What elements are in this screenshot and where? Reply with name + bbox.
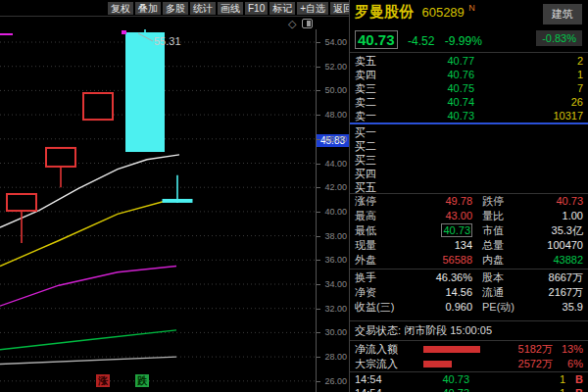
axis-label: 26.00 — [318, 376, 347, 386]
toolbar-button-diejia[interactable]: 叠加 — [135, 2, 161, 15]
toolbar-button-duogu[interactable]: 多股 — [163, 2, 188, 15]
toolbar-button-huaxian[interactable]: 画线 — [218, 2, 243, 15]
ask-price: 40.73 — [394, 109, 474, 122]
stock-name: 罗曼股份 — [355, 3, 414, 20]
tick-volume: 1 — [469, 386, 565, 392]
stats-block: 涨停49.78跌停40.73 最高43.00量比1.00 最低40.73市值35… — [350, 194, 588, 268]
tick-time: 14:54 — [355, 386, 396, 392]
ask-row[interactable]: 卖三40.757 — [350, 81, 588, 95]
legend-down-badge: 跌 — [135, 374, 149, 387]
pe-value: 35.9 — [531, 300, 583, 315]
sector-button[interactable]: 建筑 — [543, 4, 582, 24]
quote-panel: 罗曼股份 605289 N 建筑 40.73 -4.52 -9.99% -0.8… — [350, 0, 588, 392]
limit-up-value: 49.78 — [406, 194, 472, 209]
ask-row[interactable]: 卖一40.7310317 — [350, 109, 588, 122]
candle-body — [125, 32, 165, 152]
toolbar-button-biaoji[interactable]: 标记 — [270, 2, 295, 15]
bid-price — [394, 153, 474, 167]
bid-label: 买五 — [355, 180, 394, 194]
stat-key: 现量 — [355, 238, 406, 253]
fundamentals-block: 换手46.36%股本8667万 净资14.56流通2167万 收益(三)0.96… — [350, 270, 588, 315]
ma-5 — [0, 357, 176, 364]
tick-list[interactable]: 14:5440.731B 14:5440.731B — [350, 372, 588, 392]
axis-label: 30.00 — [318, 327, 347, 337]
chart-corner-icons: ◇ — [288, 18, 327, 29]
net-inflow-pct: 13% — [553, 342, 583, 357]
axis-label: 50.00 — [318, 85, 347, 95]
stat-row: 最低40.73市值35.3亿 — [350, 223, 588, 238]
bid-row[interactable]: 买二 — [350, 139, 588, 153]
legend-up-badge: 涨 — [96, 374, 110, 387]
chart-layout-icon[interactable] — [302, 19, 313, 28]
divider — [350, 340, 588, 341]
stat-key: 涨停 — [355, 194, 406, 209]
bid-queue: 买一 买二 买三 买四 买五 — [350, 125, 588, 194]
stat-key: 净资 — [355, 285, 406, 300]
limit-down-value: 40.73 — [531, 194, 583, 209]
axis-tick — [317, 67, 320, 68]
toolbar-button-tongji[interactable]: 统计 — [190, 2, 216, 15]
price-change: -4.52 — [408, 34, 434, 48]
axis-tick — [317, 90, 320, 91]
stat-row: 现量134总量100470 — [350, 238, 588, 253]
bid-row[interactable]: 买三 — [350, 153, 588, 167]
stat-row: 涨停49.78跌停40.73 — [350, 194, 588, 209]
diamond-marker-icon[interactable]: ◇ — [288, 18, 296, 30]
fundamental-row: 换手46.36%股本8667万 — [350, 270, 588, 285]
tick-volume: 1 — [469, 372, 565, 386]
toolbar-button-fuquan[interactable]: 复权 — [108, 2, 133, 15]
axis-label: 48.00 — [318, 110, 347, 120]
ask-label: 卖二 — [355, 95, 394, 109]
axis-label: 52.00 — [318, 62, 347, 72]
bid-price — [394, 139, 474, 153]
inner-volume-value: 43882 — [531, 253, 583, 268]
stat-key: 收益(三) — [355, 300, 406, 315]
candle-body — [83, 93, 113, 120]
bid-row[interactable]: 买四 — [350, 167, 588, 180]
price-axis: 45.83 54.0052.0050.0048.0046.0044.0042.0… — [316, 29, 349, 392]
divider — [350, 320, 588, 321]
axis-tick — [317, 309, 320, 310]
toolbar-separator — [0, 16, 349, 17]
toolbar-button-f10[interactable]: F10 — [245, 2, 268, 15]
candlestick-chart-area[interactable]: 55.31 — [0, 29, 316, 392]
net-inflow-bar-box — [416, 342, 498, 357]
ask-row[interactable]: 卖五40.772 — [350, 54, 588, 68]
ask-volume: 7 — [474, 81, 583, 95]
net-asset-value: 14.56 — [406, 285, 472, 300]
share-capital-value: 8667万 — [531, 270, 583, 285]
volume-ratio-value: 1.00 — [531, 209, 583, 223]
candle-body — [163, 199, 193, 203]
ma-4 — [0, 330, 176, 350]
axis-tick — [317, 164, 320, 165]
toolbar-button-add-watchlist[interactable]: +自选 — [297, 2, 328, 15]
ask-queue: 卖五40.772 卖四40.761 卖三40.757 卖二40.7426 卖一4… — [350, 54, 588, 122]
sector-change-badge: -0.83% — [536, 30, 582, 46]
ma-3 — [0, 267, 176, 307]
ask-row[interactable]: 卖二40.7426 — [350, 95, 588, 109]
block-inflow-label: 大宗流入 — [355, 357, 416, 371]
bid-row[interactable]: 买五 — [350, 180, 588, 194]
stat-key: 量比 — [482, 209, 531, 223]
candlestick-chart[interactable]: 55.31 — [0, 29, 316, 392]
trading-status-label: 交易状态: — [355, 324, 401, 336]
ask-row[interactable]: 卖四40.761 — [350, 68, 588, 81]
stat-key: 市值 — [482, 223, 531, 238]
ask-label: 卖三 — [355, 81, 394, 95]
high-value: 43.00 — [406, 209, 472, 223]
bid-volume — [474, 125, 583, 139]
net-inflow-amount: 5182万 — [498, 342, 553, 357]
block-inflow-amount: 2572万 — [498, 357, 553, 371]
axis-tick — [317, 115, 320, 116]
stock-header: 罗曼股份 605289 N 建筑 — [355, 3, 588, 26]
bid-volume — [474, 167, 583, 180]
tick-side: B — [565, 386, 583, 392]
ask-price: 40.76 — [394, 68, 474, 81]
bid-row[interactable]: 买一 — [350, 125, 588, 139]
money-flow-block: 净流入额 5182万 13% 大宗流入 2572万 6% — [350, 342, 588, 371]
stat-row: 外盘56588内盘43882 — [350, 253, 588, 268]
stat-key: 跌停 — [482, 194, 531, 209]
stat-key: PE(动) — [482, 300, 531, 315]
ask-volume: 10317 — [474, 109, 583, 122]
axis-label: 38.00 — [318, 231, 347, 241]
